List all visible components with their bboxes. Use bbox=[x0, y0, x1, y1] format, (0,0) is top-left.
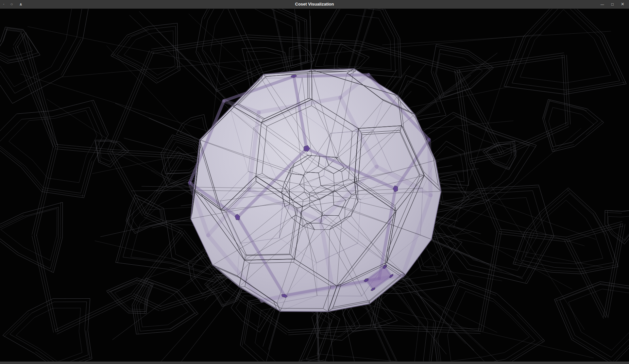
circle-icon[interactable]: ○ bbox=[10, 0, 13, 8]
app-indicator-icon: • bbox=[3, 0, 4, 8]
close-button[interactable]: ✕ bbox=[621, 0, 624, 8]
titlebar-left-icons: • ○ ∧ bbox=[3, 0, 22, 8]
window-controls: — □ ✕ bbox=[601, 0, 624, 8]
visualization-canvas[interactable] bbox=[0, 9, 629, 361]
window-bottom-edge bbox=[0, 361, 629, 364]
chevron-up-icon[interactable]: ∧ bbox=[19, 0, 23, 8]
minimize-button[interactable]: — bbox=[601, 0, 604, 8]
titlebar: • ○ ∧ Coset Visualization — □ ✕ bbox=[0, 0, 629, 9]
coset-3d-scene bbox=[0, 9, 629, 361]
app-window: • ○ ∧ Coset Visualization — □ ✕ bbox=[0, 0, 629, 364]
maximize-button[interactable]: □ bbox=[611, 0, 614, 8]
window-title: Coset Visualization bbox=[0, 0, 629, 8]
